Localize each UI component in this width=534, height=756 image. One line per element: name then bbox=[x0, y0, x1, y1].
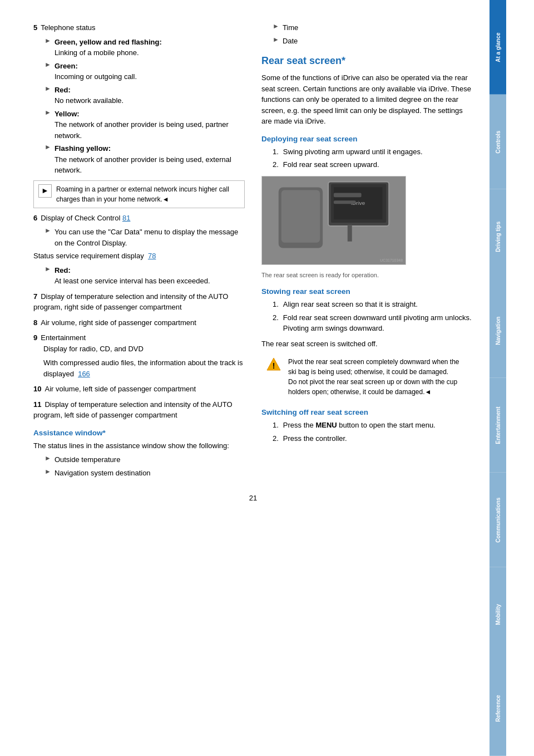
svg-rect-9 bbox=[334, 200, 356, 204]
sidebar-tab-reference[interactable]: Reference bbox=[490, 661, 506, 756]
item-7-num: 7 bbox=[33, 292, 37, 301]
item-5-num: 5 bbox=[33, 23, 37, 32]
status-service-line: Status service requirement display 78 bbox=[33, 251, 245, 262]
stow-step-1: 1. Align rear seat screen so that it is … bbox=[273, 299, 473, 310]
roaming-note-text: Roaming in a partner or external network… bbox=[56, 184, 240, 204]
rear-seat-screen-intro: Some of the functions of iDrive can also… bbox=[261, 72, 473, 127]
bullet-date: ► Date bbox=[273, 36, 473, 47]
roaming-note: ► Roaming in a partner or external netwo… bbox=[33, 180, 245, 208]
stowing-steps: 1. Align rear seat screen so that it is … bbox=[273, 299, 473, 334]
item-7-text: Display of temperature selection and int… bbox=[33, 292, 228, 312]
stowing-heading: Stowing rear seat screen bbox=[261, 287, 473, 296]
rear-seat-svg: iDrive UC31710348 bbox=[262, 176, 406, 265]
svg-rect-2 bbox=[281, 190, 320, 242]
item-6-num: 6 bbox=[33, 214, 37, 222]
bullet-arrow-icon: ► bbox=[44, 227, 51, 248]
item-11: 11Display of temperature selection and i… bbox=[33, 399, 245, 421]
svg-text:UC31710348: UC31710348 bbox=[380, 258, 403, 262]
bullet-arrow-icon: ► bbox=[44, 61, 51, 82]
bullet-red: ► Red:No network available. bbox=[44, 85, 245, 106]
sidebar-tab-mobility[interactable]: Mobility bbox=[490, 567, 506, 662]
item-11-text: Display of temperature selection and int… bbox=[33, 400, 233, 420]
two-column-layout: 5Telephone status ► Green, yellow and re… bbox=[33, 22, 473, 483]
assistance-window-heading: Assistance window* bbox=[33, 429, 245, 437]
image-caption: The rear seat screen is ready for operat… bbox=[261, 271, 473, 280]
warning-text: Pivot the rear seat screen completely do… bbox=[288, 357, 468, 397]
bullet-green-yellow-red: ► Green, yellow and red flashing:Linking… bbox=[44, 37, 245, 58]
bullet-car-data: ► You can use the "Car Data" menu to dis… bbox=[44, 227, 245, 248]
sidebar-tab-at-a-glance[interactable]: At a glance bbox=[490, 0, 506, 95]
bullet-outside-temp: ► Outside temperature bbox=[44, 454, 245, 465]
item-6-title: Display of Check Control bbox=[41, 214, 120, 222]
item-10: 10Air volume, left side of passenger com… bbox=[33, 384, 245, 395]
item-8-text: Air volume, right side of passenger comp… bbox=[41, 318, 196, 327]
item-6: 6Display of Check Control 81 ► You can u… bbox=[33, 213, 245, 287]
rear-seat-screen-heading: Rear seat screen* bbox=[261, 55, 473, 67]
bullet-arrow-icon: ► bbox=[44, 265, 51, 287]
left-column: 5Telephone status ► Green, yellow and re… bbox=[33, 22, 245, 483]
right-column: ► Time ► Date Rear seat screen* Some of … bbox=[261, 22, 473, 483]
item-9-link[interactable]: 166 bbox=[78, 370, 90, 378]
bullet-arrow-icon: ► bbox=[273, 22, 279, 33]
sidebar-tab-controls[interactable]: Controls bbox=[490, 95, 506, 189]
page-number: 21 bbox=[33, 494, 473, 502]
bullet-flashing-yellow: ► Flashing yellow:The network of another… bbox=[44, 143, 245, 176]
rear-seat-screen-image: iDrive UC31710348 bbox=[261, 176, 406, 265]
switch-off-steps: 1. Press the MENU button to open the sta… bbox=[273, 420, 473, 444]
sidebar: At a glance Controls Driving tips Naviga… bbox=[490, 0, 506, 756]
stow-after-steps: The rear seat screen is switched off. bbox=[261, 338, 473, 350]
switching-off-heading: Switching off rear seat screen bbox=[261, 408, 473, 416]
item-8-num: 8 bbox=[33, 318, 37, 327]
bullet-arrow-icon: ► bbox=[44, 85, 51, 106]
warning-triangle-icon: ! bbox=[266, 357, 281, 371]
svg-text:!: ! bbox=[273, 361, 275, 370]
sidebar-tab-entertainment[interactable]: Entertainment bbox=[490, 378, 506, 473]
page-container: 5Telephone status ► Green, yellow and re… bbox=[0, 0, 534, 756]
switch-step-2: 2. Press the controller. bbox=[273, 433, 473, 444]
main-content: 5Telephone status ► Green, yellow and re… bbox=[0, 0, 490, 756]
item-9-extra: With compressed audio files, the informa… bbox=[43, 357, 245, 379]
bullet-arrow-icon: ► bbox=[44, 37, 51, 58]
item-10-num: 10 bbox=[33, 385, 41, 393]
item-6-link[interactable]: 81 bbox=[122, 214, 130, 222]
item-9-sub: Display for radio, CD, and DVD bbox=[43, 345, 144, 353]
item-9: 9Entertainment Display for radio, CD, an… bbox=[33, 332, 245, 379]
bullet-yellow: ► Yellow:The network of another provider… bbox=[44, 109, 245, 141]
bullet-nav-destination: ► Navigation system destination bbox=[44, 468, 245, 479]
assistance-window-intro: The status lines in the assistance windo… bbox=[33, 440, 245, 451]
deploy-step-2: 2. Fold rear seat screen upward. bbox=[273, 159, 473, 170]
bullet-arrow-icon: ► bbox=[44, 143, 51, 176]
deploying-heading: Deploying rear seat screen bbox=[261, 135, 473, 143]
item-9-num: 9 bbox=[33, 333, 37, 342]
svg-rect-8 bbox=[334, 193, 362, 197]
bullet-arrow-icon: ► bbox=[44, 468, 51, 479]
item-7: 7Display of temperature selection and in… bbox=[33, 291, 245, 313]
sidebar-tab-driving-tips[interactable]: Driving tips bbox=[490, 189, 506, 284]
switch-step-1: 1. Press the MENU button to open the sta… bbox=[273, 420, 473, 431]
warning-icon-container: ! bbox=[266, 357, 281, 397]
bullet-green: ► Green:Incoming or outgoing call. bbox=[44, 61, 245, 82]
item-11-num: 11 bbox=[33, 400, 41, 409]
assistance-window-section: Assistance window* The status lines in t… bbox=[33, 429, 245, 479]
stow-step-2: 2. Fold rear seat screen downward until … bbox=[273, 312, 473, 334]
note-icon: ► bbox=[38, 184, 52, 198]
bullet-time: ► Time bbox=[273, 22, 473, 33]
bullet-red-service: ► Red:At least one service interval has … bbox=[44, 265, 245, 287]
item-5: 5Telephone status ► Green, yellow and re… bbox=[33, 22, 245, 208]
warning-box: ! Pivot the rear seat screen completely … bbox=[261, 354, 473, 400]
item-10-text: Air volume, left side of passenger compa… bbox=[44, 385, 196, 393]
bullet-arrow-icon: ► bbox=[273, 36, 279, 47]
status-link[interactable]: 78 bbox=[148, 252, 156, 260]
bullet-arrow-icon: ► bbox=[44, 109, 51, 141]
item-5-title: Telephone status bbox=[41, 23, 95, 32]
menu-label: MENU bbox=[315, 421, 337, 429]
deploy-step-1: 1. Swing pivoting arm upward until it en… bbox=[273, 146, 473, 158]
sidebar-tab-communications[interactable]: Communications bbox=[490, 473, 506, 567]
sidebar-tabs: At a glance Controls Driving tips Naviga… bbox=[490, 0, 506, 756]
svg-rect-7 bbox=[348, 224, 352, 241]
bullet-arrow-icon: ► bbox=[44, 454, 51, 465]
sidebar-tab-navigation[interactable]: Navigation bbox=[490, 283, 506, 378]
deploying-steps: 1. Swing pivoting arm upward until it en… bbox=[273, 146, 473, 170]
item-8: 8Air volume, right side of passenger com… bbox=[33, 317, 245, 328]
item-9-title: Entertainment bbox=[41, 333, 86, 342]
